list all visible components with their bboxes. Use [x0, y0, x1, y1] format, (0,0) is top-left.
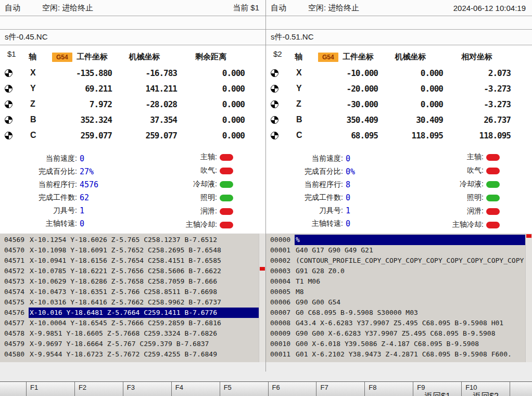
axis-origin-icon [271, 69, 278, 77]
channel1-coordinates: $1 轴 G54 工件坐标 机械坐标 剩余距离 X -135.880 -16.7… [0, 45, 265, 148]
channel1-topbar: 自动 空闲: 进给终止 当前 $1 [0, 0, 265, 16]
channel2-filebar: s件-0.51.NC [266, 30, 532, 45]
axis-origin-icon [271, 132, 278, 139]
channel2-coordinates: $2 轴 G54 工件坐标 机械坐标 相对坐标 X -10.000 0.000 … [266, 45, 532, 148]
axis-column-header: 轴 [295, 52, 313, 62]
channel1-gcode-list[interactable]: 04569X-10.1254 Y-18.6026 Z-5.765 C258.12… [0, 233, 265, 362]
fnkey-f5[interactable]: F5 [220, 382, 268, 396]
axis-origin-icon [5, 85, 12, 93]
gcode-line[interactable]: 04580X-9.9544 Y-18.6723 Z-5.7672 C259.42… [0, 349, 259, 360]
axis-row-b: B 350.409 30.409 26.737 [266, 112, 532, 127]
io-indicators: 主轴: 吹气: 冷却液: 照明: 润滑: 主轴冷却: [422, 148, 532, 233]
mode-label: 自动 [271, 3, 308, 13]
gcode-line[interactable]: 04572X-10.0785 Y-18.6221 Z-5.7656 C258.5… [0, 266, 259, 276]
machine-status-label: 空闲: 进给终止 [308, 3, 453, 13]
gcode-line[interactable]: 00010G00 X-6.018 Y39.5086 Z-4.187 C68.09… [266, 339, 525, 349]
gcode-scrollbar[interactable] [259, 234, 265, 362]
axis-origin-icon [271, 85, 278, 93]
spindle-speed-value: 0 [80, 219, 84, 228]
spindle-cool-indicator-label: 主轴冷却: [186, 220, 217, 229]
gcode-line[interactable]: 00006G90 G00 G54 [266, 297, 525, 308]
percent-complete-label: 完成百分比: [0, 167, 77, 176]
gcode-line-current[interactable]: 00000% [266, 235, 525, 245]
fnkey-f8[interactable]: F8 [364, 382, 413, 396]
axis-origin-icon [5, 132, 12, 139]
fnkey-f10-return-ch2[interactable]: F10返回$2 [461, 382, 510, 396]
coolant-indicator-light [486, 181, 500, 188]
channel-id: $2 [273, 49, 282, 58]
light-indicator-light [220, 195, 233, 201]
current-speed-label: 当前速度: [266, 154, 343, 163]
airblow-indicator-light [486, 168, 500, 174]
lube-indicator-light [220, 208, 233, 215]
gcode-line[interactable]: 00002(CONTOUR_PROFILE_COPY_COPY_COPY_COP… [266, 256, 525, 266]
coolant-indicator-light [220, 181, 233, 188]
gcode-line[interactable]: 00011G01 X-6.2102 Y38.9473 Z-4.2871 C68.… [266, 349, 525, 360]
airblow-indicator-label: 吹气: [467, 166, 484, 175]
channel1-panel: 自动 空闲: 进给终止 当前 $1 s件-0.45.NC $1 轴 G54 工件… [0, 0, 266, 372]
gcode-line[interactable]: 00007G0 C68.095 B-9.5908 S30000 M03 [266, 308, 525, 318]
remain-dist-header: 剩余距离 [177, 52, 245, 62]
airblow-indicator-light [220, 168, 233, 174]
axis-origin-icon [271, 116, 278, 124]
gcode-line[interactable]: 04574X-10.0473 Y-18.6351 Z-5.766 C258.85… [0, 287, 259, 297]
tool-number-label: 刀具号: [266, 206, 343, 215]
status-values: 当前速度:0 完成百分比:27% 当前程序行:4576 完成工件数:62 刀具号… [0, 148, 156, 233]
fnkey-f4[interactable]: F4 [171, 382, 220, 396]
machine-status-label: 空闲: 进给终止 [42, 3, 233, 13]
scroll-position-marker[interactable] [260, 267, 265, 271]
gcode-line[interactable]: 04569X-10.1254 Y-18.6026 Z-5.765 C258.12… [0, 235, 259, 245]
current-line-label: 当前程序行: [0, 180, 77, 189]
fnkey-f6[interactable]: F6 [268, 382, 316, 396]
axis-row-b: B 352.324 37.354 0.000 [0, 112, 265, 127]
current-channel-label: 当前 $1 [233, 3, 259, 13]
spindle-speed-label: 主轴转速: [266, 219, 343, 228]
fnkey-spacer-left [0, 382, 26, 396]
channel2-gcode-list[interactable]: 00000% 00001G40 G17 G90 G49 G21 00002(CO… [266, 233, 532, 362]
current-line-label: 当前程序行: [266, 180, 343, 189]
fnkey-f3[interactable]: F3 [123, 382, 171, 396]
axis-row-y: Y 69.211 141.211 0.000 [0, 81, 265, 96]
fnkey-f7[interactable]: F7 [316, 382, 364, 396]
gcode-line-current[interactable]: 04576X-10.016 Y-18.6481 Z-5.7664 C259.14… [0, 308, 259, 318]
machine-coord-header: 机械坐标 [112, 52, 177, 62]
gcode-line[interactable]: 00001G40 G17 G90 G49 G21 [266, 245, 525, 256]
function-key-bar: F1 F2 F3 F4 F5 F6 F7 F8 F9返回$1 F10返回$2 [0, 381, 532, 396]
light-indicator-label: 照明: [200, 193, 217, 202]
gcode-line[interactable]: 04573X-10.0629 Y-18.6286 Z-5.7658 C258.7… [0, 276, 259, 287]
mode-label: 自动 [5, 3, 42, 13]
gcode-line[interactable]: 04579X-9.9697 Y-18.6664 Z-5.767 C259.379… [0, 339, 259, 349]
axis-row-x: X -10.000 0.000 2.073 [266, 65, 532, 81]
fnkey-f1[interactable]: F1 [26, 382, 74, 396]
channel-id: $1 [7, 49, 16, 58]
program-filename: s件-0.51.NC [271, 32, 314, 42]
channel1-filebar: s件-0.45.NC [0, 30, 265, 45]
gcode-line[interactable]: 00003G91 G28 Z0.0 [266, 266, 525, 276]
tool-number-label: 刀具号: [0, 206, 77, 215]
gcode-line[interactable]: 00009G90 G00 X-6.6283 Y37.9907 Z5.495 C6… [266, 328, 525, 339]
io-indicators: 主轴: 吹气: 冷却液: 照明: 润滑: 主轴冷却: [156, 148, 265, 233]
scroll-position-marker[interactable] [526, 234, 531, 238]
gcode-line[interactable]: 04570X-10.1098 Y-18.6091 Z-5.7652 C258.2… [0, 245, 259, 256]
channel2-panel: 自动 空闲: 进给终止 2024-06-12 10:04:19 s件-0.51.… [266, 0, 532, 372]
coolant-indicator-label: 冷却液: [460, 180, 484, 189]
spindle-cool-indicator-light [486, 222, 500, 228]
gcode-line[interactable]: 04575X-10.0316 Y-18.6416 Z-5.7662 C258.9… [0, 297, 259, 308]
axis-row-z: Z 7.972 -28.028 0.000 [0, 96, 265, 112]
datetime-label: 2024-06-12 10:04:19 [453, 4, 526, 12]
gcode-scrollbar[interactable] [525, 234, 532, 362]
gcode-line[interactable]: 04571X-10.0941 Y-18.6156 Z-5.7654 C258.4… [0, 256, 259, 266]
status-values: 当前速度:0 完成百分比:0% 当前程序行:8 完成工件数:0 刀具号:1 主轴… [266, 148, 422, 233]
gcode-line[interactable]: 04578X-9.9851 Y-18.6605 Z-5.7668 C259.33… [0, 328, 259, 339]
coolant-indicator-label: 冷却液: [193, 180, 217, 189]
lube-indicator-label: 润滑: [200, 207, 217, 216]
gcode-line[interactable]: 00004T1 M06 [266, 276, 525, 287]
gcode-line[interactable]: 00008G43.4 X-6.6283 Y37.9907 Z5.495 C68.… [266, 318, 525, 328]
current-line-value: 4576 [80, 180, 98, 189]
tool-number-value: 1 [80, 206, 84, 215]
gcode-line[interactable]: 04577X-10.0004 Y-18.6545 Z-5.7666 C259.2… [0, 318, 259, 328]
fnkey-f9-return-ch1[interactable]: F9返回$1 [413, 382, 461, 396]
fnkey-f2[interactable]: F2 [74, 382, 123, 396]
gcode-line[interactable]: 00005M8 [266, 287, 525, 297]
spindle-indicator-light [220, 154, 233, 161]
